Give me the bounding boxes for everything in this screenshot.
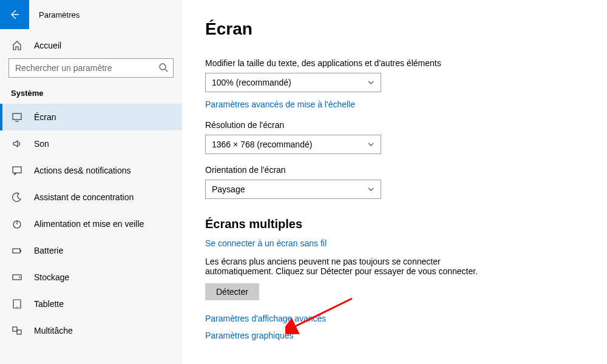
sidebar-item-actions-des-notifications[interactable]: Actions des& notifications <box>0 157 182 184</box>
sidebar-item-son[interactable]: Son <box>0 130 182 157</box>
home-label: Accueil <box>23 41 61 50</box>
moon-icon <box>11 192 23 203</box>
svg-rect-10 <box>13 327 17 331</box>
chevron-down-icon <box>367 79 375 86</box>
sidebar-item-label: Stockage <box>23 272 69 282</box>
advanced-scaling-link[interactable]: Paramètres avancés de mise à l'échelle <box>205 99 595 109</box>
display-icon <box>11 112 23 123</box>
sidebar-item-label: Batterie <box>23 246 63 255</box>
search-input[interactable] <box>8 58 174 78</box>
scale-description: Modifier la taille du texte, des applica… <box>205 58 595 68</box>
sidebar-item-label: Son <box>23 139 49 149</box>
home-icon <box>11 40 23 51</box>
svg-rect-2 <box>13 167 21 173</box>
battery-icon <box>11 245 23 256</box>
scale-select[interactable]: 100% (recommandé) <box>205 73 381 92</box>
svg-rect-1 <box>13 113 21 120</box>
sidebar-item-label: Tablette <box>23 299 64 309</box>
graphics-settings-link[interactable]: Paramètres graphiques <box>205 331 595 340</box>
orientation-label: Orientation de l'écran <box>205 165 595 175</box>
sidebar-item-label: Écran <box>23 112 56 122</box>
multi-icon <box>11 325 23 336</box>
resolution-select-value: 1366 × 768 (recommandé) <box>212 140 312 149</box>
app-title: Paramètres <box>29 10 80 19</box>
sidebar-item-label: Assistant de concentration <box>23 192 134 202</box>
search-box[interactable] <box>8 58 174 78</box>
detect-description: Les écrans plus anciens peuvent ne pas t… <box>205 257 490 276</box>
storage-icon <box>11 272 23 283</box>
resolution-label: Résolution de l'écran <box>205 120 595 130</box>
sidebar-item-label: Multitâche <box>23 326 73 335</box>
tablet-icon <box>11 298 23 309</box>
group-label: Système <box>0 89 182 104</box>
back-button[interactable] <box>0 0 29 29</box>
sidebar-item-tablette[interactable]: Tablette <box>0 291 182 317</box>
orientation-select-value: Paysage <box>212 184 245 194</box>
sidebar-item-label: Actions des& notifications <box>23 166 131 175</box>
svg-point-0 <box>160 64 166 70</box>
sidebar-item-multit-che[interactable]: Multitâche <box>0 317 182 344</box>
advanced-display-settings-link[interactable]: Paramètres d'affichage avancés <box>205 314 595 323</box>
wireless-display-link[interactable]: Se connecter à un écran sans fil <box>205 238 595 248</box>
chevron-down-icon <box>367 186 375 193</box>
sidebar-item-label: Alimentation et mise en veille <box>23 219 144 229</box>
sidebar-item-batterie[interactable]: Batterie <box>0 237 182 264</box>
home-link[interactable]: Accueil <box>0 34 182 58</box>
sidebar: Paramètres Accueil Système ÉcranSonActio… <box>0 0 182 364</box>
chevron-down-icon <box>367 141 375 148</box>
multiple-displays-heading: Écrans multiples <box>205 217 595 231</box>
scale-heading-partial: Mise à l'échelle et disposition <box>205 42 595 52</box>
back-arrow-icon <box>8 8 21 21</box>
sidebar-item-assistant-de-concentration[interactable]: Assistant de concentration <box>0 184 182 211</box>
svg-point-7 <box>19 277 20 278</box>
resolution-select[interactable]: 1366 × 768 (recommandé) <box>205 135 381 154</box>
search-icon <box>158 62 169 73</box>
sidebar-item-alimentation-et-mise-en-veille[interactable]: Alimentation et mise en veille <box>0 211 182 237</box>
svg-rect-5 <box>20 250 21 252</box>
sound-icon <box>11 138 23 149</box>
orientation-select[interactable]: Paysage <box>205 180 381 199</box>
main-pane: Écran Mise à l'échelle et disposition Mo… <box>182 0 607 364</box>
detect-button[interactable]: Détecter <box>205 283 259 300</box>
svg-point-9 <box>16 306 18 308</box>
power-icon <box>11 218 23 229</box>
notif-icon <box>11 165 23 176</box>
sidebar-item-stockage[interactable]: Stockage <box>0 264 182 291</box>
titlebar: Paramètres <box>0 0 182 29</box>
scale-select-value: 100% (recommandé) <box>212 78 291 87</box>
sidebar-item--cran[interactable]: Écran <box>0 104 182 130</box>
svg-rect-4 <box>13 249 20 253</box>
page-title: Écran <box>205 19 595 39</box>
svg-rect-11 <box>17 330 21 334</box>
